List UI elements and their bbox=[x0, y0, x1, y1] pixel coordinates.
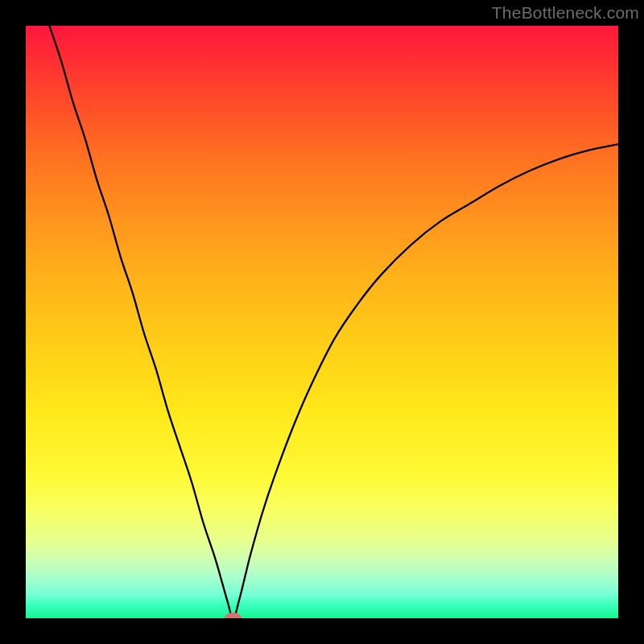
bottleneck-curve bbox=[49, 26, 618, 618]
chart-svg bbox=[26, 26, 618, 618]
minimum-marker bbox=[225, 613, 242, 618]
watermark-text: TheBottleneck.com bbox=[492, 3, 639, 23]
plot-area bbox=[26, 26, 618, 618]
chart-frame: { "watermark": "TheBottleneck.com", "col… bbox=[0, 0, 644, 644]
